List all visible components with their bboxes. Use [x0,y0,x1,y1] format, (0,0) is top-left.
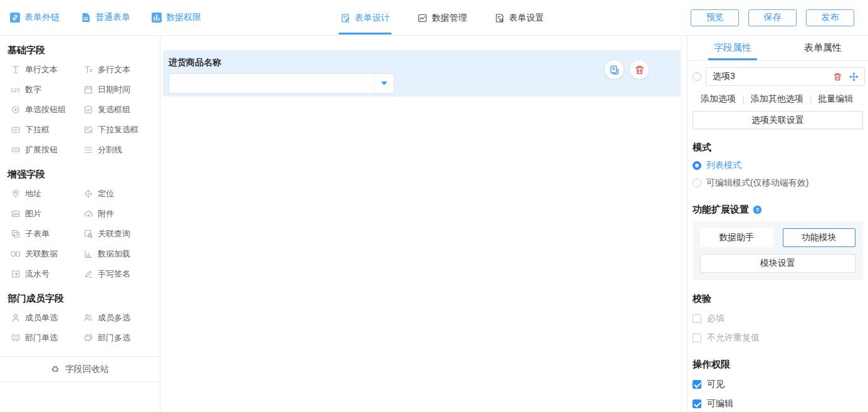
number-icon: 123 [11,85,21,95]
save-button[interactable]: 保存 [748,9,797,26]
sidebar-item-signature[interactable]: 手写签名 [83,264,156,284]
serial-number-icon [11,269,21,279]
preview-button[interactable]: 预览 [691,9,739,26]
option-links: 添加选项 | 添加其他选项 | 批量编辑 [701,93,863,105]
link-separator: | [742,94,745,104]
section-title-dept-member-fields: 部门成员字段 [8,293,160,305]
batch-edit-link[interactable]: 批量编辑 [818,93,853,105]
required-check-row[interactable]: 必填 [693,313,863,324]
member-single-icon [11,313,21,323]
sidebar-item-radio-group[interactable]: 单选按钮组 [11,100,83,120]
list-mode-option[interactable]: 列表模式 [693,160,863,171]
option-value-input[interactable] [713,71,826,82]
editable-label: 可编辑 [707,398,733,409]
section-title-enhanced-fields: 增强字段 [8,169,160,181]
field-recycle-bin[interactable]: ♻ 字段回收站 [0,356,160,382]
no-duplicate-checkbox[interactable] [693,334,701,342]
form-design-icon [340,13,350,23]
move-option-icon[interactable] [849,72,859,82]
editable-check-row[interactable]: 可编辑 [693,398,863,409]
add-other-option-link[interactable]: 添加其他选项 [751,93,803,105]
sidebar-item-location[interactable]: 定位 [83,184,156,204]
dept-single-icon [11,333,21,343]
editable-mode-label: 可编辑模式(仅移动端有效) [706,177,808,189]
add-option-link[interactable]: 添加选项 [701,93,736,105]
sidebar-item-attachment[interactable]: 附件 [83,204,156,224]
sidebar-item-multi-select[interactable]: 下拉复选框 [83,120,156,140]
checkbox-group-icon [83,105,93,115]
subform-icon [11,229,21,239]
relation-query-icon [83,229,93,239]
option-row [693,67,863,86]
sidebar-item-member-multi[interactable]: 成员多选 [83,308,156,328]
delete-option-icon[interactable] [833,72,842,82]
extension-buttons-row: 数据助手 功能模块 [700,228,855,247]
normal-form-item[interactable]: 普通表单 [81,12,130,23]
module-settings-button[interactable]: 模块设置 [700,254,855,273]
sidebar-item-checkbox-group[interactable]: 复选框组 [83,100,156,120]
sidebar-item-single-line-text[interactable]: 单行文本 [11,60,83,80]
sidebar-item-relation-data[interactable]: 关联数据 [11,244,83,264]
editable-mode-option[interactable]: 可编辑模式(仅移动端有效) [693,177,863,189]
chevron-down-icon [381,82,387,85]
sidebar-item-number[interactable]: 123数字 [11,80,83,100]
single-line-text-icon [11,65,21,75]
option-input-box[interactable] [706,67,865,86]
canvas-scrollbar-track[interactable] [681,36,687,411]
list-mode-label: 列表模式 [706,160,741,171]
function-module-button[interactable]: 功能模块 [783,228,856,247]
sidebar-item-datetime[interactable]: 日期时间 [83,80,156,100]
tab-form-design-label: 表单设计 [355,13,390,24]
form-external-link-label: 表单外链 [24,12,60,23]
sidebar-item-dept-multi[interactable]: 部门多选 [83,328,156,348]
visible-check-row[interactable]: 可见 [693,379,863,390]
panel-body: 添加选项 | 添加其他选项 | 批量编辑 选项关联设置 模式 列表模式 可编辑模… [688,61,868,411]
tab-form-design[interactable]: 表单设计 [340,0,390,36]
sidebar-item-select[interactable]: 下拉框 [11,120,83,140]
copy-field-button[interactable] [605,60,624,79]
select-caret-area[interactable] [374,74,394,93]
visible-checkbox[interactable] [693,380,701,389]
field-sidebar: 基础字段 单行文本 多行文本 123数字 日期时间 单选按钮组 复选框组 下拉框… [0,36,160,411]
sidebar-item-address[interactable]: 地址 [11,184,83,204]
required-checkbox[interactable] [693,314,701,323]
data-helper-button[interactable]: 数据助手 [700,228,773,247]
editable-checkbox[interactable] [693,399,701,408]
selected-field-card[interactable]: 进货商品名称 [163,50,681,97]
normal-form-label: 普通表单 [95,12,130,23]
sidebar-item-subform[interactable]: 子表单 [11,224,83,244]
tab-form-settings[interactable]: 表单设置 [494,0,544,36]
form-canvas[interactable]: 进货商品名称 [160,36,687,411]
field-select-input[interactable] [169,73,394,93]
center-tabs: 表单设计 数据管理 表单设置 [340,0,544,36]
sidebar-item-data-load[interactable]: 数据加载 [83,244,156,264]
sidebar-item-multi-line-text[interactable]: 多行文本 [83,60,156,80]
help-icon[interactable]: ? [753,205,762,214]
editable-mode-radio[interactable] [693,179,701,188]
sidebar-item-serial-number[interactable]: 流水号 [11,264,83,284]
no-duplicate-check-row[interactable]: 不允许重复值 [693,332,863,344]
data-permission-item[interactable]: 数据权限 [152,12,201,23]
option-radio[interactable] [693,72,701,81]
sidebar-item-relation-query[interactable]: 关联查询 [83,224,156,244]
member-multi-icon [83,313,93,323]
sidebar-item-dept-single[interactable]: 部门单选 [11,328,83,348]
list-mode-radio[interactable] [693,161,701,170]
form-external-link-item[interactable]: 表单外链 [10,12,60,23]
publish-button[interactable]: 发布 [806,9,854,26]
required-label: 必填 [707,313,724,324]
extension-box: 数据助手 功能模块 模块设置 [693,221,863,280]
sidebar-item-extend-button[interactable]: 扩展按钮 [11,140,83,160]
form-link-icon [10,13,20,23]
tab-field-properties[interactable]: 字段属性 [688,36,778,60]
sidebar-item-member-single[interactable]: 成员单选 [11,308,83,328]
field-recycle-bin-label: 字段回收站 [65,364,109,375]
data-manage-icon [417,13,427,23]
enhanced-fields-grid: 地址 定位 图片 附件 子表单 关联查询 关联数据 数据加载 流水号 手写签名 [11,184,160,284]
delete-field-button[interactable] [630,60,649,79]
option-relation-settings-button[interactable]: 选项关联设置 [693,111,863,129]
tab-form-properties[interactable]: 表单属性 [778,36,868,60]
sidebar-item-image[interactable]: 图片 [11,204,83,224]
tab-data-manage[interactable]: 数据管理 [417,0,467,36]
sidebar-item-divider-line[interactable]: 分割线 [83,140,156,160]
